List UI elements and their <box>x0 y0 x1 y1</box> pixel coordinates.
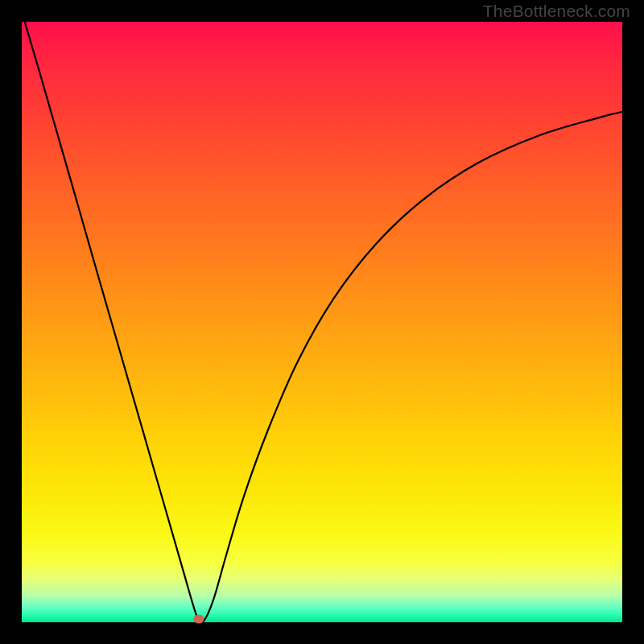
chart-plot-area <box>22 22 622 622</box>
curve-svg <box>22 22 622 622</box>
min-marker <box>194 615 204 624</box>
watermark-label: TheBottleneck.com <box>483 2 630 21</box>
chart-curve <box>25 22 622 622</box>
